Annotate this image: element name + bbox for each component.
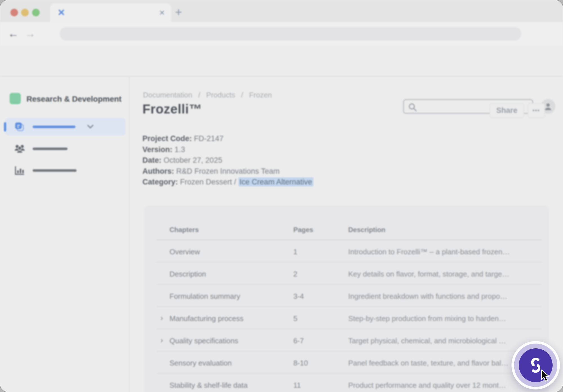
nav-item-skeleton (33, 169, 77, 172)
description-cell: Key details on flavor, format, storage, … (348, 270, 537, 279)
nav-item-skeleton (33, 126, 75, 128)
chart-icon (14, 165, 25, 176)
metadata-label: Version: (142, 145, 175, 154)
new-tab-button[interactable]: + (175, 6, 182, 19)
chevron-down-icon[interactable] (86, 124, 95, 130)
description-cell: Ingredient breakdown with functions and … (348, 292, 537, 301)
description-cell: Product performance and quality over 12 … (348, 381, 537, 390)
space-name: Research & Development (26, 95, 122, 104)
chapter-cell[interactable]: Overview (169, 248, 200, 256)
sidebar-item-pages[interactable] (5, 118, 126, 135)
breadcrumb-item[interactable]: Frozen (249, 91, 272, 99)
more-actions-button[interactable]: ••• (528, 103, 545, 118)
chapter-cell[interactable]: Stability & shelf-life data (169, 381, 247, 390)
metadata-label: Authors: (142, 167, 176, 175)
pages-cell: 1 (293, 248, 297, 256)
table-row[interactable]: Sensory evaluation 8-10 Panel feedback o… (157, 351, 542, 374)
breadcrumb-separator: / (198, 91, 200, 99)
chapter-cell[interactable]: Description (169, 270, 206, 279)
metadata-label: Category: (142, 178, 180, 186)
browser-toolbar: ← → (0, 22, 563, 46)
column-header-description: Description (348, 226, 385, 234)
table-row[interactable]: › Manufacturing process 5 Step-by-step p… (157, 307, 542, 329)
tab-close-icon[interactable]: ✕ (159, 8, 165, 17)
page-metadata: Project Code: FD-2147Version: 1.3Date: O… (142, 133, 313, 188)
share-button[interactable]: Share (490, 103, 524, 118)
expand-chevron-icon[interactable]: › (160, 336, 163, 345)
tab-strip: ✕ ✕ + (0, 0, 563, 22)
metadata-line: Version: 1.3 (142, 144, 313, 155)
description-cell: Step-by-step production from mixing to h… (348, 314, 537, 323)
metadata-line: Date: October 27, 2025 (142, 155, 313, 166)
pages-cell: 2 (293, 270, 297, 279)
metadata-value: FD-2147 (194, 134, 224, 143)
table-row[interactable]: › Quality specifications 6-7 Target phys… (157, 329, 542, 351)
pages-cell: 5 (293, 314, 297, 323)
breadcrumb: Documentation / Products / Frozen (143, 91, 276, 99)
nav-item-skeleton (33, 148, 68, 150)
metadata-value: R&D Frozen Innovations Team (176, 167, 280, 175)
metadata-line: Category: Frozen Dessert / Ice Cream Alt… (142, 177, 313, 188)
pages-cell: 3-4 (293, 292, 304, 301)
metadata-value: Frozen Dessert / (180, 178, 238, 186)
metadata-line: Project Code: FD-2147 (142, 133, 313, 144)
metadata-label: Date: (142, 156, 164, 164)
pages-cell: 11 (293, 381, 301, 390)
space-avatar (10, 93, 21, 104)
close-window-button[interactable] (10, 9, 18, 16)
column-header-pages: Pages (293, 226, 313, 234)
table-header-row: Chapters Pages Description (157, 206, 542, 240)
pages-icon (14, 121, 25, 132)
main-content: Documentation / Products / Frozen Frozel… (130, 77, 563, 392)
maximize-window-button[interactable] (32, 9, 40, 16)
chapter-cell[interactable]: Sensory evaluation (169, 359, 232, 368)
description-cell: Introduction to Frozelli™ – a plant-base… (348, 248, 537, 256)
mouse-cursor-icon (540, 369, 552, 383)
active-indicator (4, 122, 6, 132)
chapter-cell[interactable]: Manufacturing process (169, 314, 243, 323)
back-button[interactable]: ← (8, 28, 19, 40)
browser-window: ✕ ✕ + ← → ✕ Confluence Create (0, 0, 563, 392)
breadcrumb-separator: / (241, 91, 243, 99)
table-row[interactable]: Description 2 Key details on flavor, for… (157, 262, 542, 285)
expand-chevron-icon[interactable]: › (160, 313, 163, 322)
table-row[interactable]: Overview 1 Introduction to Frozelli™ – a… (157, 240, 542, 262)
forward-button[interactable]: → (25, 28, 35, 40)
team-icon (14, 143, 25, 154)
chapter-cell[interactable]: Formulation summary (169, 292, 240, 301)
table-row[interactable]: Stability & shelf-life data 11 Product p… (157, 374, 542, 392)
pages-cell: 6-7 (293, 337, 304, 345)
browser-tab[interactable]: ✕ ✕ (50, 3, 171, 22)
chapters-table: Chapters Pages Description Overview 1 In… (157, 206, 542, 392)
minimize-window-button[interactable] (21, 9, 29, 16)
chapter-cell[interactable]: Quality specifications (169, 337, 238, 345)
breadcrumb-item[interactable]: Products (206, 91, 235, 99)
pages-cell: 8-10 (293, 359, 308, 368)
metadata-value: 1.3 (175, 145, 185, 154)
sidebar: Research & Development (0, 77, 129, 392)
description-cell: Target physical, chemical, and microbiol… (348, 337, 537, 345)
description-cell: Panel feedback on taste, texture, and fl… (348, 359, 537, 368)
sidebar-item-reports[interactable] (5, 162, 126, 179)
page-title: Frozelli™ (142, 101, 202, 117)
sidebar-item-team[interactable] (5, 140, 126, 157)
highlighted-text: Ice Cream Alternative (238, 177, 313, 186)
content-card: Chapters Pages Description Overview 1 In… (144, 206, 549, 392)
app-header: ✕ Confluence Create (0, 46, 563, 77)
metadata-value: October 27, 2025 (164, 156, 222, 164)
address-bar[interactable] (60, 27, 521, 41)
table-row[interactable]: Formulation summary 3-4 Ingredient break… (157, 285, 542, 307)
metadata-label: Project Code: (142, 134, 194, 143)
confluence-favicon-icon: ✕ (57, 7, 65, 18)
breadcrumb-item[interactable]: Documentation (143, 91, 192, 99)
column-header-chapters: Chapters (169, 226, 199, 234)
metadata-line: Authors: R&D Frozen Innovations Team (142, 166, 313, 177)
